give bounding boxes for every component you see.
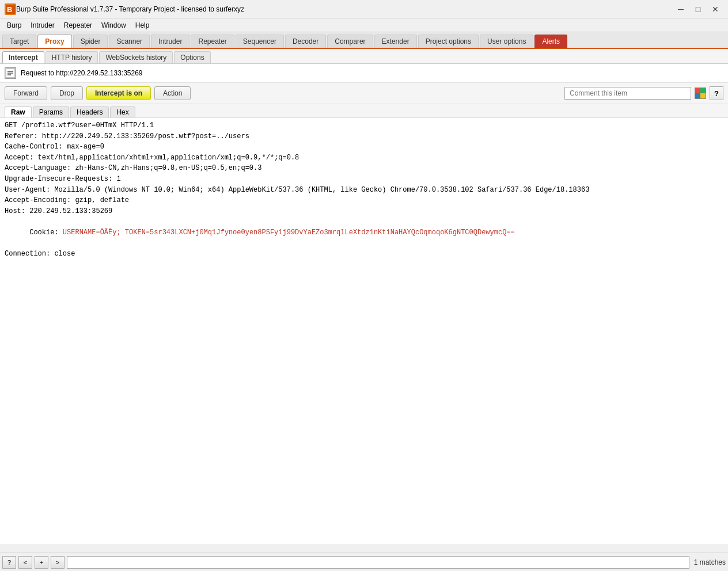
tab-extender[interactable]: Extender [374,35,417,48]
svg-text:B: B [7,5,12,14]
tab-alerts[interactable]: Alerts [534,35,567,48]
tab-proxy[interactable]: Proxy [37,35,71,48]
format-tab-bar: Raw Params Headers Hex [0,104,728,118]
request-line-9: Host: 220.249.52.133:35269 [5,206,718,217]
drop-button[interactable]: Drop [51,86,83,100]
menubar: Burp Intruder Repeater Window Help [0,18,728,32]
forward-button[interactable]: Forward [5,86,47,100]
request-icon [5,67,16,79]
menu-intruder[interactable]: Intruder [26,20,59,31]
cookie-value: USERNAME=ÔÃÈy; TOKEN=5sr343LXCN+j0Mq1Jfy… [63,229,515,237]
request-line-8: Accept-Encoding: gzip, deflate [5,195,718,206]
format-tab-params[interactable]: Params [33,106,69,117]
request-line-1: GET /profile.wtf?user=0HTmX HTTP/1.1 [5,120,718,131]
format-tab-raw[interactable]: Raw [5,106,32,117]
tab-repeater[interactable]: Repeater [191,35,234,48]
tab-websockets-history[interactable]: WebSockets history [99,51,173,63]
tab-comparer[interactable]: Comparer [327,35,373,48]
tab-scanner[interactable]: Scanner [109,35,150,48]
tab-project-options[interactable]: Project options [418,35,479,48]
app-icon: B [5,3,16,15]
tab-intercept[interactable]: Intercept [2,51,44,63]
help-button[interactable]: ? [710,86,723,100]
menu-help[interactable]: Help [131,20,154,31]
bottom-bar: ? < + > 1 matches [0,553,728,571]
menu-window[interactable]: Window [97,20,131,31]
tab-user-options[interactable]: User options [480,35,533,48]
cookie-prefix: Cookie: [29,229,63,237]
action-button[interactable]: Action [154,86,191,100]
titlebar: B Burp Suite Professional v1.7.37 - Temp… [0,0,728,18]
request-line-6: Upgrade-Insecure-Requests: 1 [5,174,718,185]
action-bar: Forward Drop Intercept is on Action ? [0,83,728,104]
tab-options[interactable]: Options [174,51,210,63]
format-tab-headers[interactable]: Headers [70,106,109,117]
intercept-toggle-button[interactable]: Intercept is on [86,86,151,100]
request-line-11: Connection: close [5,249,718,260]
matches-label: 1 matches [694,558,726,566]
close-button[interactable]: ✕ [707,1,723,17]
tab-http-history[interactable]: HTTP history [46,51,98,63]
highlight-button[interactable] [695,87,706,99]
maximize-button[interactable]: □ [690,1,706,17]
sub-tab-bar: Intercept HTTP history WebSockets histor… [0,49,728,64]
menu-burp[interactable]: Burp [2,20,26,31]
request-line-7: User-Agent: Mozilla/5.0 (Windows NT 10.0… [5,185,718,196]
minimize-button[interactable]: ─ [673,1,689,17]
tab-sequencer[interactable]: Sequencer [236,35,284,48]
request-content-area[interactable]: GET /profile.wtf?user=0HTmX HTTP/1.1 Ref… [0,118,728,544]
request-bar: Request to http://220.249.52.133:35269 [0,64,728,83]
tab-intruder[interactable]: Intruder [151,35,189,48]
comment-input[interactable] [564,87,691,100]
tab-target[interactable]: Target [2,35,36,48]
window-controls: ─ □ ✕ [673,1,723,17]
next-plus-button[interactable]: + [35,556,48,569]
tab-spider[interactable]: Spider [73,35,108,48]
request-line-cookie: Cookie: USERNAME=ÔÃÈy; TOKEN=5sr343LXCN+… [5,216,718,249]
window-title: Burp Suite Professional v1.7.37 - Tempor… [16,5,673,13]
request-line-4: Accept: text/html,application/xhtml+xml,… [5,153,718,163]
search-input[interactable] [67,556,689,569]
next-button[interactable]: > [51,556,65,569]
request-url: Request to http://220.249.52.133:35269 [21,69,143,77]
help-nav-button[interactable]: ? [2,556,16,569]
request-line-2: Referer: http://220.249.52.133:35269/pos… [5,131,718,142]
main-tab-bar: Target Proxy Spider Scanner Intruder Rep… [0,32,728,49]
request-line-5: Accept-Language: zh-Hans-CN,zh-Hans;q=0.… [5,163,718,174]
format-tab-hex[interactable]: Hex [110,106,135,117]
prev-button[interactable]: < [18,556,32,569]
menu-repeater[interactable]: Repeater [59,20,97,31]
request-line-3: Cache-Control: max-age=0 [5,142,718,153]
tab-decoder[interactable]: Decoder [285,35,326,48]
